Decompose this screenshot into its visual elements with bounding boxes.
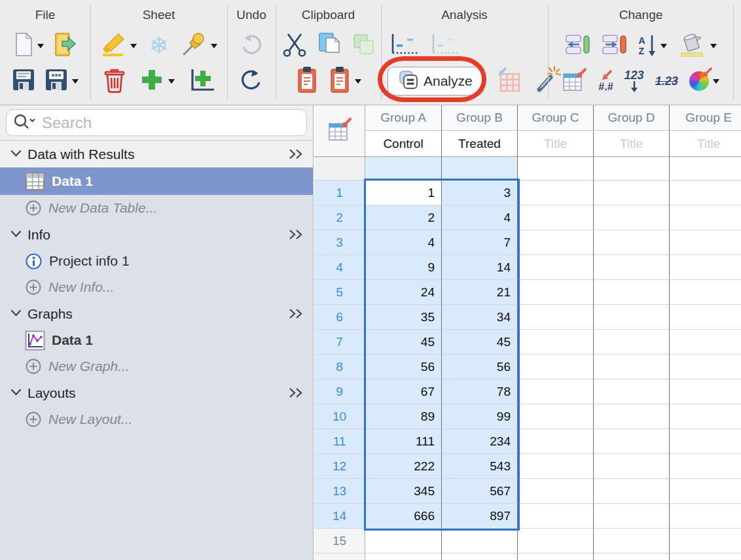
cell-b[interactable] (442, 553, 518, 560)
sidebar-item-graph-data-1[interactable]: Data 1 (0, 327, 313, 353)
expand-icon[interactable] (288, 149, 304, 162)
new-graph-button[interactable] (188, 67, 215, 96)
cell-b[interactable]: 567 (442, 479, 518, 504)
cell-a[interactable] (365, 529, 442, 553)
row-number[interactable]: 11 (314, 429, 365, 454)
open-file-button[interactable] (53, 31, 77, 60)
row-number[interactable]: 14 (314, 504, 365, 529)
color-scheme-button[interactable] (689, 71, 719, 91)
cell-d[interactable] (594, 181, 670, 205)
cell-c[interactable] (518, 280, 594, 305)
cut-button[interactable] (281, 31, 308, 60)
decimal-format-button[interactable]: #.# (598, 70, 613, 92)
row-number[interactable]: 5 (314, 280, 365, 305)
cell-d[interactable] (594, 479, 670, 504)
change-table-format-button[interactable] (562, 67, 587, 95)
column-header-group-d[interactable]: Group D (594, 105, 670, 131)
undo-button[interactable] (238, 67, 264, 96)
row-number[interactable]: 7 (314, 330, 365, 355)
cell-d[interactable] (594, 504, 670, 529)
cell-a[interactable]: 56 (365, 355, 442, 379)
number-format-button[interactable]: 123 (624, 69, 644, 93)
sidebar-section-graphs[interactable]: Graphs (0, 300, 313, 327)
row-number[interactable]: 9 (314, 379, 365, 404)
chevron-down-icon[interactable] (10, 308, 22, 320)
cell-b[interactable]: 3 (442, 181, 518, 205)
cell-c[interactable] (518, 454, 594, 479)
column-header-group-b[interactable]: Group B (442, 105, 518, 131)
cell-c[interactable] (518, 181, 594, 205)
row-number[interactable]: 16 (314, 553, 365, 560)
subtitle-cell-d[interactable] (594, 157, 670, 181)
cell-c[interactable] (518, 355, 594, 379)
cell-c[interactable] (518, 504, 594, 529)
chevron-down-icon[interactable] (10, 387, 22, 399)
expand-icon[interactable] (288, 229, 304, 243)
row-number[interactable]: 4 (314, 255, 365, 280)
sidebar-item-new-data-table[interactable]: New Data Table... (0, 195, 313, 221)
cell-c[interactable] (518, 379, 594, 404)
subtitle-cell-c[interactable] (518, 157, 594, 181)
cell-e[interactable] (670, 529, 741, 553)
row-number[interactable]: 6 (314, 305, 365, 330)
cell-b[interactable]: 897 (442, 504, 518, 529)
sidebar-item-new-info[interactable]: New Info... (0, 274, 313, 300)
pin-button[interactable] (181, 31, 217, 60)
subtitle-cell-e[interactable] (670, 157, 741, 181)
save-button[interactable] (12, 68, 35, 94)
cell-c[interactable] (518, 305, 594, 330)
cell-b[interactable]: 234 (442, 429, 518, 454)
cell-d[interactable] (594, 454, 670, 479)
save-as-button[interactable] (45, 68, 79, 94)
cell-c[interactable] (518, 429, 594, 454)
cell-b[interactable]: 56 (442, 355, 518, 379)
copy-button[interactable] (317, 31, 342, 60)
cell-d[interactable] (594, 379, 670, 404)
cell-d[interactable] (594, 305, 670, 330)
cell-b[interactable]: 14 (442, 255, 518, 280)
cell-e[interactable] (670, 553, 741, 560)
cell-a[interactable]: 9 (365, 255, 442, 280)
cell-b[interactable]: 4 (442, 205, 518, 230)
column-header-group-a[interactable]: Group A (365, 105, 442, 131)
cell-e[interactable] (670, 355, 741, 379)
paint-bucket-button[interactable] (678, 31, 717, 60)
highlight-button[interactable] (100, 31, 137, 60)
linked-table-button[interactable] (497, 67, 522, 95)
redo-button[interactable] (238, 31, 264, 60)
cell-b[interactable]: 45 (442, 330, 518, 355)
cell-b[interactable]: 99 (442, 404, 518, 429)
row-number[interactable]: 13 (314, 479, 365, 504)
cell-e[interactable] (670, 255, 741, 280)
analyze-button[interactable]: Analyze (388, 67, 484, 96)
cell-a[interactable] (365, 553, 442, 560)
delete-sheet-button[interactable] (103, 67, 126, 96)
freeze-button[interactable]: ❄ (149, 34, 168, 58)
cell-d[interactable] (594, 205, 670, 230)
cell-c[interactable] (518, 529, 594, 553)
ttest-faded-button[interactable] (429, 32, 461, 60)
chevron-down-icon[interactable] (10, 229, 22, 241)
sidebar-section-info[interactable]: Info (0, 221, 313, 248)
exclude-strike-button[interactable]: 1.23 (655, 75, 678, 87)
cell-b[interactable]: 21 (442, 280, 518, 305)
cell-e[interactable] (670, 454, 741, 479)
search-box[interactable] (6, 109, 307, 136)
sidebar-section-data-with-results[interactable]: Data with Results (0, 141, 313, 167)
column-title-e[interactable]: Title (670, 131, 741, 157)
row-number[interactable]: 2 (314, 205, 365, 230)
cell-c[interactable] (518, 255, 594, 280)
cell-a[interactable]: 2 (365, 205, 442, 230)
ttest-button[interactable] (389, 32, 420, 60)
cell-e[interactable] (670, 305, 741, 330)
paste-special-button[interactable] (352, 32, 376, 60)
cell-e[interactable] (670, 504, 741, 529)
cell-e[interactable] (670, 379, 741, 404)
paste-button[interactable] (296, 66, 318, 96)
expand-icon[interactable] (288, 308, 304, 322)
cell-d[interactable] (594, 429, 670, 454)
cell-e[interactable] (670, 330, 741, 355)
row-number[interactable]: 3 (314, 230, 365, 255)
column-title-b[interactable]: Treated (442, 131, 518, 157)
cell-a[interactable]: 4 (365, 230, 442, 255)
